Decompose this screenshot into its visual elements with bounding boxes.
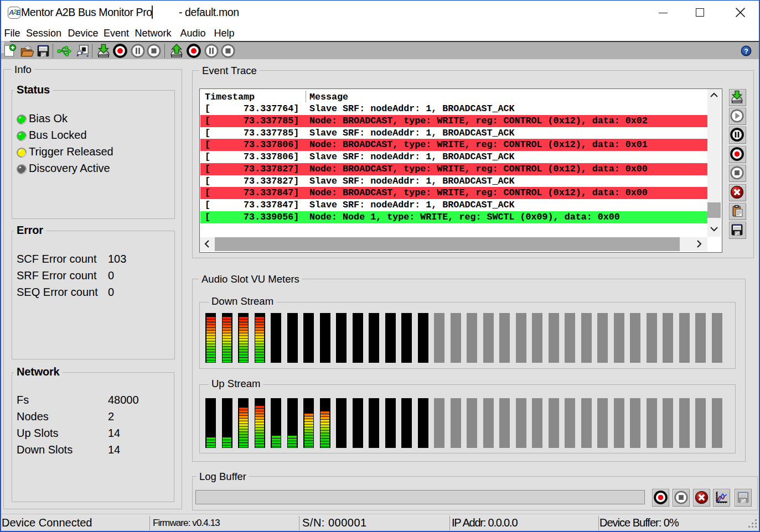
svg-text:?: ? [744, 48, 748, 55]
